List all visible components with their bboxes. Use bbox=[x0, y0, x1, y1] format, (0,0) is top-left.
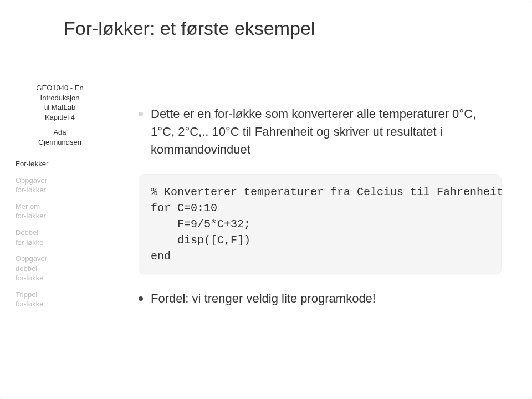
bullet-text: Dette er en for-løkke som konverterer al… bbox=[151, 105, 502, 158]
meta-line: Introduksjon bbox=[16, 93, 104, 103]
meta-line: GEO1040 - En bbox=[16, 83, 104, 93]
bullet-item: Dette er en for-løkke som konverterer al… bbox=[139, 105, 502, 158]
nav-item-dobbel-for-lokke[interactable]: Dobbelfor-løkke bbox=[16, 228, 104, 247]
content-area: Dette er en for-løkke som konverterer al… bbox=[139, 105, 502, 313]
meta-line: til MatLab bbox=[16, 103, 104, 112]
nav-item-mer-om-for-lokker[interactable]: Mer omfor-løkker bbox=[16, 202, 104, 221]
meta-line: Kapittel 4 bbox=[16, 112, 104, 122]
nav-item-oppgaver-dobbel-for-lokke[interactable]: Oppgaverdobbelfor-løkke bbox=[16, 254, 104, 283]
nav-item-for-lokker[interactable]: For-løkker bbox=[16, 159, 104, 169]
slide: For-løkker: et første eksempel GEO1040 -… bbox=[0, 0, 532, 399]
meta-author-first: Ada bbox=[16, 127, 104, 137]
bullet-dot-icon bbox=[139, 296, 143, 301]
spacer bbox=[16, 122, 104, 127]
code-block: % Konverterer temperaturer fra Celcius t… bbox=[139, 174, 502, 274]
sidebar-nav: For-løkker Oppgaverfor-løkker Mer omfor-… bbox=[16, 159, 104, 309]
bullet-dot-icon bbox=[139, 112, 143, 116]
nav-item-oppgaver-for-lokker[interactable]: Oppgaverfor-løkker bbox=[16, 176, 104, 195]
bullet-text: Fordel: vi trenger veldig lite programko… bbox=[151, 290, 502, 308]
sidebar: GEO1040 - En Introduksjon til MatLab Kap… bbox=[16, 83, 104, 316]
bullet-item: Fordel: vi trenger veldig lite programko… bbox=[139, 290, 502, 308]
meta-author-last: Gjermundsen bbox=[16, 137, 104, 147]
code-text: % Konverterer temperaturer fra Celcius t… bbox=[151, 184, 489, 264]
nav-item-trippel-for-lokke[interactable]: Trippelfor-løkke bbox=[16, 290, 104, 309]
slide-title: For-løkker: et første eksempel bbox=[64, 18, 499, 39]
sidebar-meta: GEO1040 - En Introduksjon til MatLab Kap… bbox=[16, 83, 104, 147]
